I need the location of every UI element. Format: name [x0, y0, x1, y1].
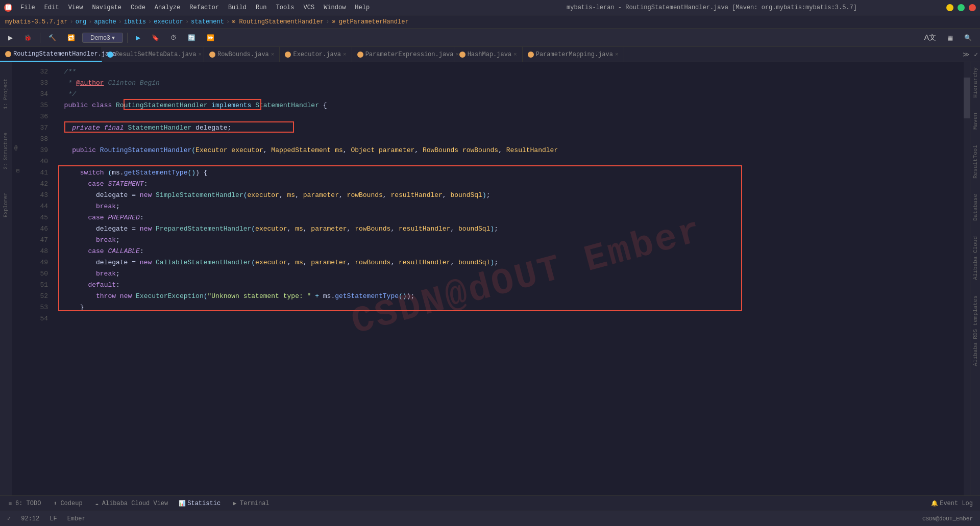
- toolbar-run2[interactable]: ▶: [132, 33, 144, 42]
- breadcrumb-jar[interactable]: mybatis-3.5.7.jar: [5, 18, 67, 26]
- menu-vcs[interactable]: VCS: [300, 3, 319, 12]
- close-button[interactable]: [969, 4, 976, 11]
- minimap[interactable]: [964, 62, 970, 495]
- toolbar-coverage[interactable]: 🔖: [148, 33, 163, 42]
- main-content: 1: Project 2: Structure Explorer CSDN@dO…: [0, 62, 980, 495]
- tab-routing-statement-handler[interactable]: RoutingStatementHandler.java ×: [0, 47, 102, 62]
- status-indent[interactable]: Ember: [64, 514, 89, 523]
- toolbar-run[interactable]: ▶: [4, 33, 17, 42]
- panel-hierarchy[interactable]: Hierarchy: [972, 67, 978, 97]
- toolbar-translate[interactable]: A文: [920, 32, 940, 43]
- breadcrumb-apache[interactable]: apache: [94, 18, 116, 26]
- tab-rowbounds[interactable]: RowBounds.java ×: [204, 47, 280, 62]
- menu-help[interactable]: Help: [351, 3, 374, 12]
- bottom-tab-alibaba-cloud-view[interactable]: ☁ Alibaba Cloud View: [89, 498, 174, 509]
- tab-overflow[interactable]: ≫ ✓: [963, 51, 978, 59]
- tab-label-3: RowBounds.java: [217, 51, 269, 58]
- tab-close-6[interactable]: ×: [513, 52, 517, 58]
- menu-code[interactable]: Code: [127, 3, 150, 12]
- code-line-46: delegate = new PreparedStatementHandler(…: [56, 223, 964, 235]
- minimize-button[interactable]: [946, 4, 953, 11]
- status-line-col[interactable]: 92:12: [18, 514, 42, 523]
- breadcrumb-org[interactable]: org: [76, 18, 87, 26]
- panel-alibaba-cloud[interactable]: Alibaba Cloud: [972, 236, 978, 280]
- breadcrumb-statement[interactable]: statement: [191, 18, 224, 26]
- breadcrumb-method[interactable]: ⊙ getParameterHandler: [331, 18, 408, 26]
- tab-close-2[interactable]: ×: [198, 52, 202, 58]
- bottom-tab-event-log[interactable]: 🔔 Event Log: [926, 498, 978, 509]
- tab-executor[interactable]: Executor.java ×: [280, 47, 352, 62]
- breadcrumb-class[interactable]: ⊙ RoutingStatementHandler: [232, 18, 324, 26]
- toolbar-profile[interactable]: ⏱: [166, 33, 181, 42]
- toolbar-debug[interactable]: 🐞: [20, 33, 36, 42]
- panel-alibaba-rds[interactable]: Alibaba RDS templates: [972, 295, 978, 366]
- breadcrumb-executor[interactable]: executor: [154, 18, 183, 26]
- menu-window[interactable]: Window: [320, 3, 350, 12]
- bottom-tab-codeup[interactable]: ⬆ Codeup: [47, 498, 87, 509]
- tab-close-4[interactable]: ×: [343, 52, 347, 58]
- toolbar-extra2[interactable]: ⏩: [203, 33, 218, 42]
- statistic-icon: 📊: [179, 500, 185, 507]
- menu-build[interactable]: Build: [224, 3, 251, 12]
- tab-label-5: ParameterExpression.java: [365, 51, 454, 58]
- bottom-tab-todo[interactable]: ≡ 6: TODO: [2, 498, 46, 509]
- code-line-49: delegate = new CallableStatementHandler(…: [56, 257, 964, 268]
- tab-label-1: RoutingStatementHandler.java: [13, 51, 116, 58]
- panel-explorer-label[interactable]: Explorer: [2, 191, 10, 219]
- toolbar-separator-2: [127, 33, 128, 43]
- title-bar: 🅿 File Edit View Navigate Code Analyze R…: [0, 0, 980, 15]
- window-controls: [946, 4, 976, 11]
- breadcrumb-ibatis[interactable]: ibatis: [124, 18, 146, 26]
- panel-database[interactable]: Database: [972, 194, 978, 221]
- panel-maven[interactable]: Maven: [972, 113, 978, 130]
- tab-label-2: ResultSetMetaData.java: [115, 51, 196, 58]
- minimap-thumb[interactable]: [964, 78, 970, 118]
- toolbar-refresh[interactable]: 🔁: [63, 33, 79, 42]
- code-line-34: */: [56, 89, 964, 100]
- tab-close-3[interactable]: ×: [271, 52, 275, 58]
- alibaba-cloud-icon: ☁: [94, 500, 100, 507]
- panel-resulttool[interactable]: ResultTool: [972, 145, 978, 179]
- panel-project-label[interactable]: 1: Project: [2, 77, 10, 111]
- line-col-value: 92:12: [21, 515, 39, 522]
- fold-icon[interactable]: ⊟: [16, 167, 20, 174]
- bottom-tab-statistic[interactable]: 📊 Statistic: [174, 498, 226, 509]
- status-encoding[interactable]: LF: [46, 514, 60, 523]
- toolbar: ▶ 🐞 🔨 🔁 Demo3 ▾ ▶ 🔖 ⏱ 🔄 ⏩ A文 ▦ 🔍: [0, 29, 980, 47]
- code-line-51: default:: [56, 280, 964, 291]
- maximize-button[interactable]: [958, 4, 965, 11]
- menu-run[interactable]: Run: [252, 3, 271, 12]
- tab-parameter-expression[interactable]: ParameterExpression.java ×: [352, 47, 454, 62]
- terminal-label: Terminal: [240, 500, 270, 507]
- menu-edit[interactable]: Edit: [40, 3, 63, 12]
- menu-analyze[interactable]: Analyze: [151, 3, 184, 12]
- statistic-label: Statistic: [187, 500, 220, 507]
- tab-close-7[interactable]: ×: [615, 52, 619, 58]
- tab-parameter-mapping[interactable]: ParameterMapping.java ×: [523, 47, 624, 62]
- toolbar-separator-1: [40, 33, 40, 43]
- toolbar-layout[interactable]: ▦: [943, 33, 957, 42]
- toolbar-search[interactable]: 🔍: [960, 33, 976, 42]
- menu-tools[interactable]: Tools: [272, 3, 299, 12]
- toolbar-build[interactable]: 🔨: [44, 33, 60, 42]
- tab-hashmap[interactable]: HashMap.java ×: [454, 47, 523, 62]
- menu-refactor[interactable]: Refactor: [185, 3, 223, 12]
- tab-icon-4: [285, 52, 291, 58]
- tab-icon-6: [459, 52, 465, 58]
- bottom-tab-terminal[interactable]: ▶ Terminal: [227, 498, 275, 509]
- menu-file[interactable]: File: [16, 3, 39, 12]
- sidebar-left: 1: Project 2: Structure Explorer: [0, 62, 12, 495]
- tab-resultset-metadata[interactable]: ResultSetMetaData.java ×: [102, 47, 204, 62]
- code-line-40: [56, 156, 964, 167]
- tab-icon-2: [107, 52, 113, 58]
- todo-icon: ≡: [7, 500, 13, 507]
- annotation-icon: @: [14, 145, 18, 151]
- status-git[interactable]: ✓: [4, 514, 14, 523]
- code-line-36: [56, 111, 964, 122]
- panel-structure-label[interactable]: 2: Structure: [2, 131, 10, 171]
- menu-navigate[interactable]: Navigate: [88, 3, 126, 12]
- toolbar-extra1[interactable]: 🔄: [184, 33, 200, 42]
- toolbar-config[interactable]: Demo3 ▾: [82, 33, 123, 43]
- code-line-38: [56, 134, 964, 145]
- menu-view[interactable]: View: [64, 3, 87, 12]
